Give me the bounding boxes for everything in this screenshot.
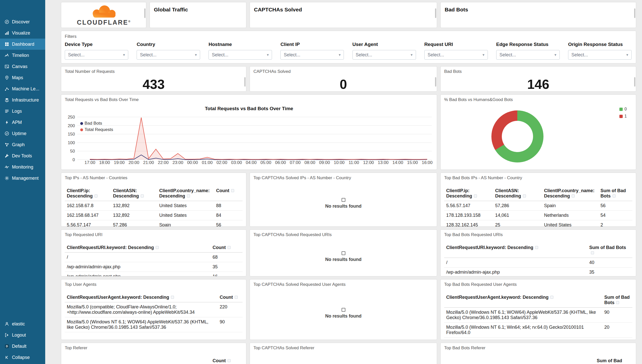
sort-icon[interactable] bbox=[474, 194, 477, 197]
column-header-clientrequesturi-keyword-descending[interactable]: ClientRequestURI.keyword: Descending bbox=[444, 244, 587, 258]
sidebar-item-discover[interactable]: Discover bbox=[0, 16, 45, 27]
sidebar-item-uptime[interactable]: Uptime bbox=[0, 128, 45, 139]
sort-icon[interactable] bbox=[613, 194, 616, 197]
column-header-label: Sum of Bad Bots bbox=[597, 358, 622, 364]
sidebar-item-dev-tools[interactable]: Dev Tools bbox=[0, 150, 45, 161]
legend-item-bad-bots[interactable]: Bad Bots bbox=[80, 121, 113, 126]
column-header-count[interactable]: Count bbox=[211, 357, 243, 364]
scrollbar[interactable] bbox=[634, 8, 635, 18]
sort-icon[interactable] bbox=[187, 194, 190, 197]
filter-device-type-select[interactable]: Select...▾ bbox=[65, 50, 128, 60]
sidebar-item-canvas[interactable]: Canvas bbox=[0, 61, 45, 72]
sidebar-item-management[interactable]: Management bbox=[0, 173, 45, 184]
legend-item-0[interactable]: 0 bbox=[619, 107, 627, 111]
filter-edge-response-status-select[interactable]: Select...▾ bbox=[496, 50, 560, 60]
column-header-clientrequestuseragent-keyword-descending[interactable]: ClientRequestUserAgent.keyword: Descendi… bbox=[65, 294, 218, 302]
scrollbar[interactable] bbox=[634, 77, 635, 87]
column-header-sum-of-bad-bots[interactable]: Sum of Bad Bots bbox=[587, 244, 632, 258]
column-header-clientrequestuseragent-keyword-descending[interactable]: ClientRequestUserAgent.keyword: Descendi… bbox=[444, 294, 602, 308]
filter-hostname-select[interactable]: Select...▾ bbox=[208, 50, 272, 60]
sidebar-item-maps[interactable]: Maps bbox=[0, 72, 45, 83]
filter-origin-response-status-select[interactable]: Select...▾ bbox=[568, 50, 632, 60]
sidebar-item-dashboard[interactable]: Dashboard bbox=[0, 39, 45, 50]
table-row[interactable]: Mozilla/5.0 (Windows NT 6.1; WOW64) Appl… bbox=[444, 308, 632, 323]
timeseries-plot[interactable]: 05010015020025017:0018:0019:0020:0021:00… bbox=[65, 113, 434, 165]
no-results-message: No results found bbox=[250, 180, 437, 226]
sidebar-item-logs[interactable]: Logs bbox=[0, 106, 45, 117]
sidebar-item-elastic-user[interactable]: elastic bbox=[0, 318, 45, 329]
sort-icon[interactable] bbox=[228, 246, 231, 249]
table-row[interactable]: 162.158.68.147132,892United States84 bbox=[65, 211, 243, 220]
legend-item-1[interactable]: 1 bbox=[619, 114, 627, 119]
column-header-sum-of-bad-bots[interactable]: Sum of Bad Bots bbox=[599, 187, 632, 201]
panel-title: Total Number of Requests bbox=[61, 67, 246, 74]
panel-cloudflare-logo: CLOUDFLARE® bbox=[61, 2, 146, 28]
sort-icon[interactable] bbox=[572, 194, 575, 197]
column-header-clientip-ip-descending[interactable]: ClientIP.ip: Descending bbox=[65, 187, 111, 201]
sort-icon[interactable] bbox=[156, 246, 159, 249]
filter-client-ip-select[interactable]: Select...▾ bbox=[280, 50, 344, 60]
sort-icon[interactable] bbox=[228, 359, 231, 362]
table-row[interactable]: 5.56.57.14757,286Spain56 bbox=[444, 201, 632, 211]
filters-row: Filters Device TypeSelect...▾CountrySele… bbox=[61, 31, 636, 63]
sort-icon[interactable] bbox=[535, 246, 538, 249]
column-header-clientrequesturi-keyword-descending[interactable]: ClientRequestURI.keyword: Descending bbox=[65, 244, 211, 253]
column-header-count[interactable]: Count bbox=[211, 244, 243, 253]
sidebar-item-default-space[interactable]: DDefault bbox=[0, 341, 45, 352]
table-row[interactable]: Mozilla/5.0 (Windows NT 6.1; Win64; x64;… bbox=[444, 323, 632, 338]
table-row[interactable]: 162.158.67.8132,892United States88 bbox=[65, 201, 243, 211]
column-header-count[interactable]: Count bbox=[214, 187, 243, 201]
scrollbar[interactable] bbox=[435, 8, 436, 18]
sidebar-item-visualize[interactable]: Visualize bbox=[0, 27, 45, 39]
column-header-count[interactable]: Count bbox=[218, 294, 243, 302]
no-results-text: No results found bbox=[325, 204, 362, 209]
filter-country-select[interactable]: Select...▾ bbox=[137, 50, 200, 60]
column-header-clientip-country-name-descending[interactable]: ClientIP.country_name: Descending bbox=[542, 187, 598, 201]
sidebar-item-apm[interactable]: APM bbox=[0, 117, 45, 128]
panel-top-requested-uri: Top Requested URI ClientRequestURI.keywo… bbox=[61, 229, 246, 276]
table-row[interactable]: 178.128.193.15814,061Netherlands54 bbox=[444, 211, 632, 220]
filter-request-uri-select[interactable]: Select...▾ bbox=[424, 50, 488, 60]
sort-icon[interactable] bbox=[550, 296, 553, 299]
column-header-clientip-ip-descending[interactable]: ClientIP.ip: Descending bbox=[444, 187, 493, 201]
sidebar-item-collapse[interactable]: Collapse bbox=[0, 352, 45, 363]
scrollbar[interactable] bbox=[144, 8, 146, 18]
sidebar-item-infrastructure[interactable]: Infrastructure bbox=[0, 94, 45, 106]
sort-icon[interactable] bbox=[141, 194, 144, 197]
table-row[interactable]: 5.56.57.14757,286Spain56 bbox=[65, 220, 243, 227]
sort-icon[interactable] bbox=[616, 301, 619, 304]
scrollbar[interactable] bbox=[435, 77, 436, 87]
sidebar-item-timelion[interactable]: Timelion bbox=[0, 50, 45, 61]
table-row[interactable]: /wp-admin/admin-post.php16 bbox=[65, 272, 243, 276]
table-row[interactable]: /40 bbox=[444, 258, 632, 268]
sort-icon[interactable] bbox=[235, 296, 238, 299]
table-row[interactable]: Mozilla/5.0 (compatible; CloudFlare-Alwa… bbox=[65, 302, 243, 317]
table-row[interactable]: /wp-admin/admin-ajax.php35 bbox=[65, 262, 243, 272]
sidebar-item-logout[interactable]: Logout bbox=[0, 329, 45, 341]
column-header-sum-of-bad-bots[interactable]: Sum of Bad Bots bbox=[602, 294, 632, 308]
filter-user-agent-select[interactable]: Select...▾ bbox=[352, 50, 416, 60]
table-row[interactable]: Mozilla/5.0 (Windows NT 6.1; WOW64) Appl… bbox=[65, 317, 243, 332]
sidebar-item-label: Graph bbox=[12, 142, 25, 147]
table-row[interactable]: /68 bbox=[65, 253, 243, 262]
sidebar-item-label: Machine Le... bbox=[12, 86, 39, 92]
sidebar-item-monitoring[interactable]: Monitoring bbox=[0, 161, 45, 173]
legend-swatch bbox=[619, 115, 623, 118]
table-row[interactable]: /wp-admin/admin-ajax.php35 bbox=[444, 268, 632, 276]
sort-icon[interactable] bbox=[231, 189, 234, 192]
legend-item-total-requests[interactable]: Total Requests bbox=[80, 127, 113, 132]
column-header-clientasn-descending[interactable]: ClientASN: Descending bbox=[111, 187, 157, 201]
column-header-clientasn-descending[interactable]: ClientASN: Descending bbox=[493, 187, 542, 201]
sort-icon[interactable] bbox=[94, 194, 98, 197]
donut-chart[interactable] bbox=[491, 110, 543, 162]
sidebar-item-machine-learning[interactable]: Machine Le... bbox=[0, 83, 45, 94]
sort-icon[interactable] bbox=[591, 251, 594, 254]
scrollbar[interactable] bbox=[244, 77, 246, 87]
table-row[interactable]: 128.32.162.14525United States2 bbox=[444, 220, 632, 227]
sidebar-item-label: Dev Tools bbox=[12, 153, 32, 159]
column-header-sum-of-bad-bots[interactable]: Sum of Bad Bots bbox=[595, 357, 632, 364]
sort-icon[interactable] bbox=[171, 296, 174, 299]
column-header-clientip-country-name-descending[interactable]: ClientIP.country_name: Descending bbox=[157, 187, 214, 201]
sort-icon[interactable] bbox=[523, 194, 526, 197]
sidebar-item-graph[interactable]: Graph bbox=[0, 139, 45, 150]
